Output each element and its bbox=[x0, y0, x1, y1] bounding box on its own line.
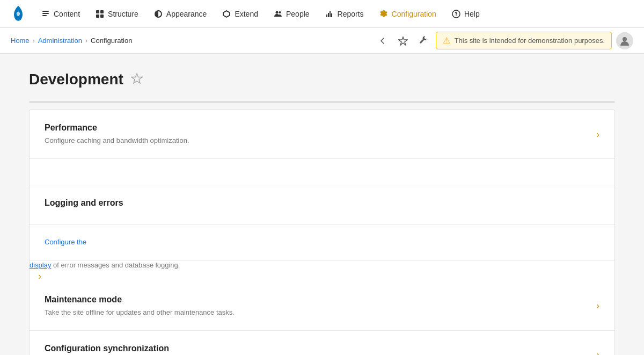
nav-item-structure-label: Structure bbox=[108, 10, 138, 18]
user-icon bbox=[619, 35, 630, 46]
configuration-icon bbox=[379, 9, 389, 19]
nav-item-help-label: Help bbox=[464, 10, 480, 18]
nav-item-appearance[interactable]: Appearance bbox=[147, 6, 214, 22]
people-icon bbox=[273, 9, 283, 19]
nav-item-help[interactable]: Help bbox=[445, 6, 486, 22]
extend-icon bbox=[222, 9, 231, 19]
page-star-icon bbox=[131, 73, 143, 84]
back-button[interactable] bbox=[375, 33, 391, 49]
card-logging-errors[interactable] bbox=[30, 159, 614, 185]
svg-rect-3 bbox=[96, 10, 99, 13]
svg-rect-10 bbox=[328, 13, 329, 17]
breadcrumb-sep-2: › bbox=[85, 37, 87, 45]
structure-icon bbox=[95, 9, 105, 19]
card-logging-errors[interactable]: Logging and errors bbox=[30, 185, 614, 224]
card-logging-title: Logging and errors bbox=[45, 198, 123, 208]
scroll-indicator bbox=[29, 101, 615, 103]
nav-item-extend[interactable]: Extend bbox=[215, 6, 265, 22]
appearance-icon bbox=[153, 9, 163, 19]
card-performance-title: Performance bbox=[45, 123, 588, 133]
breadcrumb-sep-1: › bbox=[33, 37, 35, 45]
nav-item-reports-label: Reports bbox=[338, 10, 364, 18]
svg-rect-1 bbox=[42, 13, 49, 14]
nav-item-reports[interactable]: Reports bbox=[318, 6, 370, 22]
card-config-sync-title: Configuration synchronization bbox=[45, 344, 588, 353]
nav-item-configuration[interactable]: Configuration bbox=[372, 6, 443, 22]
card-performance-content: Performance Configure caching and bandwi… bbox=[45, 123, 588, 146]
bookmark-button[interactable] bbox=[395, 33, 411, 49]
svg-rect-0 bbox=[42, 11, 49, 12]
breadcrumb-current: Configuration bbox=[91, 37, 132, 45]
svg-marker-17 bbox=[131, 74, 142, 83]
help-icon bbox=[451, 9, 461, 19]
card-config-sync-arrow: › bbox=[596, 349, 599, 355]
card-logging-desc: Configure the display of error messages … bbox=[30, 224, 614, 270]
card-performance-desc: Configure caching and bandwidth optimiza… bbox=[45, 136, 588, 146]
cards-container: Performance Configure caching and bandwi… bbox=[29, 110, 615, 355]
svg-rect-5 bbox=[96, 15, 99, 18]
content-icon bbox=[41, 9, 50, 19]
demo-notice: ⚠ This site is intended for demonstratio… bbox=[436, 32, 612, 49]
card-logging-arrow: › bbox=[38, 271, 41, 281]
reports-icon bbox=[325, 9, 334, 19]
tools-icon bbox=[419, 36, 428, 46]
svg-point-8 bbox=[279, 11, 281, 13]
star-toolbar-icon bbox=[398, 36, 408, 46]
svg-rect-9 bbox=[326, 15, 327, 17]
warning-icon: ⚠ bbox=[443, 35, 450, 46]
nav-item-appearance-label: Appearance bbox=[166, 10, 207, 18]
nav-item-configuration-label: Configuration bbox=[392, 10, 436, 18]
nav-item-content[interactable]: Content bbox=[34, 6, 86, 22]
site-logo[interactable] bbox=[9, 4, 28, 24]
card-logging-content: Logging and errors Configure the display… bbox=[30, 185, 614, 270]
user-avatar[interactable] bbox=[616, 32, 633, 49]
card-maintenance-content: Maintenance mode Take the site offline f… bbox=[45, 295, 588, 317]
toolbar: Home › Administration › Configuration ⚠ … bbox=[0, 28, 644, 54]
back-icon bbox=[378, 36, 387, 46]
card-maintenance-desc: Take the site offline for updates and ot… bbox=[45, 308, 588, 317]
svg-marker-15 bbox=[399, 37, 407, 45]
card-config-sync-content: Configuration synchronization Import and… bbox=[45, 344, 588, 355]
card-maintenance-mode[interactable]: Maintenance mode Take the site offline f… bbox=[30, 282, 614, 331]
breadcrumb-home[interactable]: Home bbox=[11, 37, 30, 45]
card-maintenance-title: Maintenance mode bbox=[45, 295, 588, 305]
svg-rect-2 bbox=[42, 15, 47, 16]
card-performance[interactable]: Performance Configure caching and bandwi… bbox=[30, 110, 614, 159]
tools-button[interactable] bbox=[415, 33, 431, 49]
main-content: Development Performance Configure cachin… bbox=[16, 54, 628, 355]
svg-rect-12 bbox=[331, 13, 332, 17]
nav-item-extend-label: Extend bbox=[235, 10, 258, 18]
nav-item-people[interactable]: People bbox=[267, 6, 316, 22]
nav-item-content-label: Content bbox=[54, 10, 80, 18]
card-maintenance-arrow: › bbox=[596, 300, 599, 311]
top-navigation: Content Structure Appearance Extend Peop… bbox=[0, 0, 644, 28]
demo-notice-text: This site is intended for demonstration … bbox=[455, 37, 605, 45]
svg-point-14 bbox=[456, 15, 457, 16]
breadcrumb-administration[interactable]: Administration bbox=[38, 37, 82, 45]
card-performance-arrow: › bbox=[596, 129, 599, 140]
svg-rect-4 bbox=[100, 10, 104, 13]
toolbar-actions: ⚠ This site is intended for demonstratio… bbox=[375, 32, 633, 49]
svg-point-16 bbox=[623, 37, 627, 41]
svg-rect-6 bbox=[100, 15, 104, 18]
logging-display-link[interactable]: display bbox=[30, 261, 51, 269]
svg-point-7 bbox=[275, 11, 278, 13]
page-bookmark-button[interactable] bbox=[130, 71, 144, 88]
svg-rect-11 bbox=[330, 11, 331, 17]
nav-item-people-label: People bbox=[286, 10, 310, 18]
nav-item-structure[interactable]: Structure bbox=[89, 6, 145, 22]
card-config-sync[interactable]: Configuration synchronization Import and… bbox=[30, 331, 614, 355]
page-title: Development bbox=[29, 71, 123, 88]
card-logging-errors[interactable]: Configure the bbox=[30, 224, 614, 260]
breadcrumb: Home › Administration › Configuration bbox=[11, 37, 370, 45]
page-title-row: Development bbox=[29, 71, 615, 88]
